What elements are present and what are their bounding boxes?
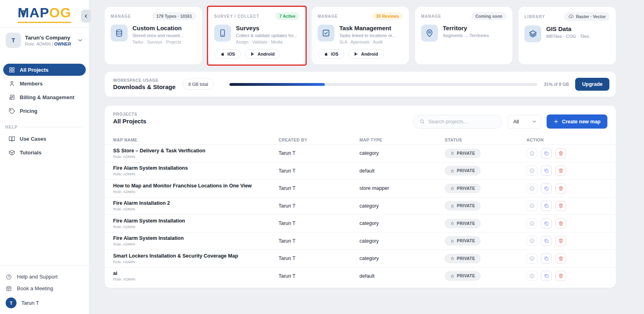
- delete-button[interactable]: [555, 271, 566, 281]
- duplicate-button[interactable]: [541, 148, 552, 158]
- info-button[interactable]: [526, 254, 537, 264]
- upgrade-button[interactable]: Upgrade: [575, 78, 609, 91]
- duplicate-button[interactable]: [541, 201, 552, 211]
- sidebar-item-billing-management[interactable]: Billing & Management: [3, 91, 86, 103]
- android-button[interactable]: Android: [348, 49, 384, 59]
- projects-label: PROJECTS: [113, 112, 147, 116]
- card-badge-text: 7 Active: [279, 14, 295, 19]
- location-pin-icon: [21, 10, 27, 16]
- create-new-map-button[interactable]: Create new map: [547, 114, 607, 129]
- sidebar-item-pricing[interactable]: Pricing: [3, 105, 86, 117]
- created-by: Tarun T: [279, 220, 359, 226]
- sidebar-item-label: Use Cases: [20, 136, 46, 142]
- table-row[interactable]: Smart Lockers Installation & Security Co…: [105, 250, 616, 268]
- status-text: PRIVATE: [457, 168, 475, 173]
- copy-icon: [544, 203, 549, 208]
- card-badge: 7 Active: [275, 12, 299, 20]
- database-icon: [115, 29, 124, 37]
- card-category-label: LIBRARY: [524, 15, 545, 19]
- info-icon: [529, 256, 535, 261]
- platform-buttons: iOSAndroid: [318, 49, 403, 59]
- card-gis-data[interactable]: LIBRARYRaster · VectorGIS DataMBTiles · …: [518, 7, 616, 64]
- info-button[interactable]: [526, 166, 537, 176]
- map-role: Role: ADMIN: [113, 207, 279, 211]
- card-task-management[interactable]: MANAGE30 ReviewsTask ManagementTasks lin…: [312, 7, 409, 64]
- help-nav: Use CasesTutorials: [0, 133, 89, 160]
- duplicate-button[interactable]: [541, 254, 552, 264]
- card-category-label: MANAGE: [421, 14, 441, 19]
- duplicate-button[interactable]: [541, 218, 552, 229]
- company-avatar: T: [6, 33, 21, 48]
- sidebar-collapse-button[interactable]: [81, 10, 91, 23]
- info-button[interactable]: [526, 148, 537, 158]
- copy-icon: [544, 238, 549, 243]
- row-actions: [526, 201, 611, 211]
- delete-button[interactable]: [555, 201, 566, 211]
- card-badge: 179 Types · 10161: [152, 12, 196, 20]
- status-badge: PRIVATE: [445, 254, 481, 263]
- map-role: Role: ADMIN: [113, 189, 279, 194]
- card-subtitle: Tasks linked to locations or...: [339, 33, 396, 38]
- duplicate-button[interactable]: [541, 166, 552, 176]
- table-row[interactable]: SS Store – Delivery & Task VerificationR…: [105, 145, 616, 162]
- info-button[interactable]: [526, 271, 537, 281]
- ios-button[interactable]: iOS: [318, 49, 344, 59]
- table-row[interactable]: aiRole: ADMINTarun TdefaultPRIVATE: [105, 268, 616, 285]
- created-by: Tarun T: [279, 273, 359, 279]
- info-icon: [529, 151, 535, 156]
- map-name-cell: Fire Alarm System InstalationRole: ADMIN: [113, 235, 279, 246]
- delete-button[interactable]: [555, 166, 566, 176]
- trash-icon: [558, 256, 564, 261]
- info-button[interactable]: [526, 236, 537, 246]
- delete-button[interactable]: [555, 236, 566, 246]
- delete-button[interactable]: [555, 218, 566, 229]
- sidebar-item-members[interactable]: Members: [3, 77, 86, 89]
- projects-panel: PROJECTS All Projects All Create new map…: [105, 106, 616, 288]
- table-row[interactable]: Fire Alarm System InstallationsRole: ADM…: [105, 162, 616, 180]
- info-button[interactable]: [526, 218, 537, 229]
- sidebar-item-use-cases[interactable]: Use Cases: [3, 133, 86, 145]
- user-menu[interactable]: T Tarun T: [6, 297, 83, 308]
- created-by: Tarun T: [279, 168, 359, 174]
- card-surveys[interactable]: SURVEY / COLLECT7 ActiveSurveysCollect &…: [208, 7, 305, 64]
- sidebar-item-label: All Projects: [20, 67, 49, 73]
- table-header: MAP NAMECREATED BYMAP TYPESTATUSACTION: [105, 135, 616, 145]
- sidebar-item-label: Tutorials: [20, 150, 41, 156]
- card-custom-location[interactable]: MANAGE179 Types · 10161Custom LocationSt…: [105, 7, 202, 64]
- card-subtitle: MBTiles · COG · Tiles: [546, 34, 589, 39]
- table-row[interactable]: Fire Alarm System InstallationRole: ADMI…: [105, 215, 616, 233]
- status-cell: PRIVATE: [445, 166, 526, 175]
- table-row[interactable]: Fire Alarm System InstalationRole: ADMIN…: [105, 233, 616, 250]
- card-subtitle: Segments → Territories: [443, 33, 489, 38]
- sidebar-item-all-projects[interactable]: All Projects: [3, 64, 86, 76]
- status-cell: PRIVATE: [445, 236, 526, 245]
- delete-button[interactable]: [555, 183, 566, 193]
- info-icon: [529, 238, 535, 243]
- info-button[interactable]: [526, 201, 537, 211]
- android-button[interactable]: Android: [245, 49, 280, 59]
- duplicate-button[interactable]: [541, 183, 552, 193]
- card-territory[interactable]: MANAGEComing soonTerritorySegments → Ter…: [415, 7, 512, 64]
- info-button[interactable]: [526, 183, 537, 193]
- book-a-meeting-item[interactable]: Book a Meeting: [6, 283, 83, 294]
- duplicate-button[interactable]: [541, 271, 552, 281]
- delete-button[interactable]: [555, 148, 566, 158]
- search-projects-input[interactable]: [428, 119, 496, 125]
- map-name-cell: Fire Alarm Installation 2Role: ADMIN: [113, 200, 279, 211]
- ios-button[interactable]: iOS: [215, 49, 241, 59]
- duplicate-button[interactable]: [541, 236, 552, 246]
- company-switcher[interactable]: T Tarun's Company Role: ADMIN | OWNER: [0, 27, 89, 53]
- company-role: Role: ADMIN | OWNER: [25, 42, 73, 46]
- apple-icon: [220, 52, 225, 56]
- filter-value: All: [513, 119, 519, 125]
- map-type: store mapper: [359, 185, 445, 191]
- help-and-support-item[interactable]: Help and Support: [6, 271, 83, 283]
- platform-label: Android: [361, 52, 378, 56]
- delete-button[interactable]: [555, 254, 566, 264]
- card-text: GIS DataMBTiles · COG · Tiles: [546, 25, 589, 42]
- card-title: Custom Location: [132, 25, 184, 31]
- table-row[interactable]: Fire Alarm Installation 2Role: ADMINTaru…: [105, 198, 616, 215]
- sidebar-item-tutorials[interactable]: Tutorials: [3, 146, 86, 158]
- table-row[interactable]: How to Map and Monitor Franchise Locatio…: [105, 180, 616, 198]
- filter-dropdown[interactable]: All: [508, 115, 541, 129]
